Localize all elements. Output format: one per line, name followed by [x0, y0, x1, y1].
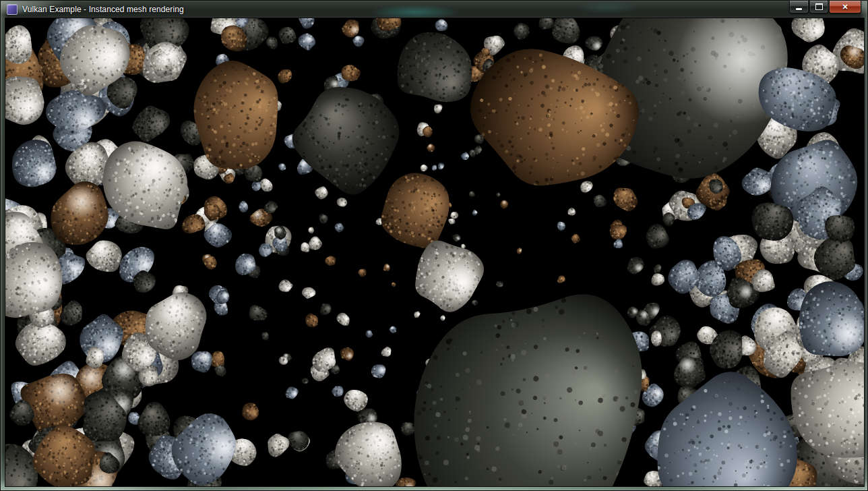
maximize-icon	[815, 3, 823, 10]
render-viewport[interactable]	[5, 18, 864, 486]
close-button[interactable]: ✕	[829, 1, 861, 13]
titlebar[interactable]: Vulkan Example - Instanced mesh renderin…	[1, 1, 867, 18]
window-title: Vulkan Example - Instanced mesh renderin…	[22, 5, 184, 14]
close-icon: ✕	[842, 3, 848, 11]
maximize-button[interactable]	[809, 1, 828, 13]
minimize-icon	[796, 8, 802, 10]
window-controls: ✕	[788, 1, 861, 13]
app-window: Vulkan Example - Instanced mesh renderin…	[0, 0, 868, 491]
minimize-button[interactable]	[789, 1, 809, 13]
app-icon[interactable]	[7, 4, 18, 15]
client-area	[5, 18, 864, 486]
